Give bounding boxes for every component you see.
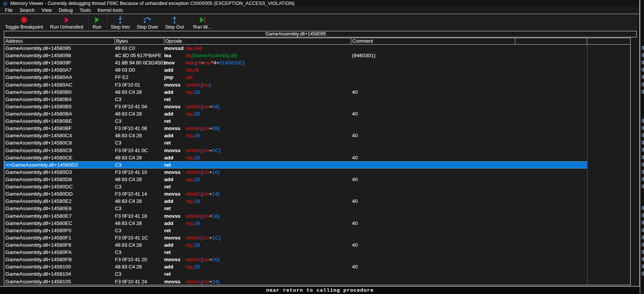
column-header-bytes[interactable]: Bytes: [115, 38, 164, 45]
comment-cell: 40: [351, 198, 515, 204]
disasm-row[interactable]: GameAssembly.dll+14580C9F3 0F10 41 0Cmov…: [4, 147, 630, 154]
run-unhandled-button[interactable]: Run Unhandled: [47, 14, 87, 31]
disasm-row[interactable]: GameAssembly.dll+14580ACF3 0F10 01movssx…: [4, 81, 630, 88]
bytes-cell: 48 83 C4 28: [115, 111, 164, 117]
run-icon: [92, 15, 102, 24]
run-till-button[interactable]: Run till...: [190, 14, 215, 31]
disasm-row[interactable]: GameAssembly.dll+14580FBF3 0F10 41 20mov…: [4, 256, 630, 263]
clipped-register-panel: [640, 0, 644, 294]
disasm-row[interactable]: GameAssembly.dll+14580FAC3ret: [4, 249, 630, 256]
disasm-row[interactable]: GameAssembly.dll+14580BA48 83 C4 28addrs…: [4, 110, 630, 117]
address-cell: GameAssembly.dll+14580E6: [4, 206, 115, 211]
address-cell: GameAssembly.dll+14580C9: [4, 148, 115, 153]
mnemonic: movss: [164, 213, 186, 219]
menu-kernel-tools[interactable]: Kernel tools: [94, 7, 126, 14]
disasm-row[interactable]: GameAssembly.dll+1458104C3ret: [4, 270, 630, 278]
toolbar-button-label: Toggle Breakpoint: [5, 24, 43, 30]
step-out-icon: [170, 15, 179, 24]
bytes-cell: F3 0F10 41 20: [115, 257, 164, 262]
disasm-row[interactable]: GameAssembly.dll+145809F41 8B 94 80 0C82…: [4, 59, 630, 66]
clipped-text-fragment: [642, 46, 644, 50]
disasm-row[interactable]: GameAssembly.dll+14580A749 03 D0addrdx,r…: [4, 66, 630, 74]
comment-cell: 40: [351, 264, 515, 270]
address-cell: GameAssembly.dll+14580FA: [4, 249, 115, 255]
disasm-row[interactable]: GameAssembly.dll+14580F0C3ret: [4, 227, 630, 234]
bytes-cell: 48 83 C4 28: [115, 177, 164, 182]
title-bar[interactable]: Memory Viewer - Currently debugging thre…: [0, 0, 640, 7]
step-over-button[interactable]: Step Over: [133, 14, 161, 31]
disasm-row[interactable]: GameAssembly.dll+14580D848 83 C4 28addrs…: [4, 176, 630, 183]
menu-debug[interactable]: Debug: [55, 7, 76, 14]
opcode-cell: movssxmm0,[rcx+14]: [164, 191, 351, 197]
operands: rsp,28: [186, 264, 200, 270]
disasm-row[interactable]: GameAssembly.dll+14580CE48 83 C4 28addrs…: [4, 154, 630, 161]
disasm-row[interactable]: GameAssembly.dll+145810048 83 C4 28addrs…: [4, 263, 630, 270]
disasm-row[interactable]: GameAssembly.dll+14580E6C3ret: [4, 205, 630, 212]
menu-file[interactable]: File: [2, 7, 16, 14]
bytes-cell: F3 0F10 41 10: [115, 169, 164, 175]
disasm-row[interactable]: GameAssembly.dll+14580D3F3 0F10 41 10mov…: [4, 169, 630, 176]
bytes-cell: C3: [115, 162, 164, 168]
menu-search[interactable]: Search: [16, 7, 38, 14]
disasm-row[interactable]: GameAssembly.dll+14580F1F3 0F10 41 1Cmov…: [4, 234, 630, 241]
bytes-cell: F3 0F10 41 14: [115, 191, 164, 197]
disasm-row[interactable]: GameAssembly.dll+14580C448 83 C4 28addrs…: [4, 132, 630, 139]
disasm-row[interactable]: GameAssembly.dll+14580F648 83 C4 28addrs…: [4, 241, 630, 249]
address-cell: GameAssembly.dll+145809F: [4, 60, 115, 66]
toolbar-button-label: Run: [92, 24, 101, 30]
comment-cell: 40: [351, 89, 515, 95]
column-header-address[interactable]: Address: [4, 38, 115, 45]
disasm-row[interactable]: GameAssembly.dll+14580DCC3ret: [4, 183, 630, 190]
address-cell: GameAssembly.dll+14580AA: [4, 74, 115, 80]
disasm-row[interactable]: GameAssembly.dll+14580E7F3 0F10 41 18mov…: [4, 212, 630, 220]
address-cell: GameAssembly.dll+1458098: [4, 53, 115, 58]
column-header-comment[interactable]: Comment: [351, 38, 515, 45]
bytes-cell: C3: [115, 118, 164, 124]
address-cell: GameAssembly.dll+14580AC: [4, 82, 115, 88]
mnemonic: ret: [164, 249, 186, 255]
toggle-breakpoint-button[interactable]: Toggle Breakpoint: [2, 14, 47, 31]
mnemonic: add: [164, 111, 186, 117]
vertical-scrollbar[interactable]: [631, 38, 637, 285]
clipped-text-fragment: [642, 213, 644, 217]
opcode-cell: movssxmm0,[rcx+10]: [164, 169, 351, 175]
run-till-icon: [198, 15, 207, 24]
address-cell: GameAssembly.dll+14580FB: [4, 257, 115, 262]
disasm-row[interactable]: GameAssembly.dll+14580DDF3 0F10 41 14mov…: [4, 190, 630, 198]
operands: xmm0,[rcx+14]: [186, 191, 220, 197]
disasm-row-selected[interactable]: >>GameAssembly.dll+14580D2C3ret: [4, 161, 588, 169]
disasm-row[interactable]: GameAssembly.dll+14580B5F3 0F10 41 04mov…: [4, 103, 630, 110]
disasm-row[interactable]: GameAssembly.dll+1458105F3 0F10 41 24mov…: [4, 278, 630, 285]
step-out-button[interactable]: Step Out: [161, 14, 187, 31]
opcode-cell: ret: [164, 96, 351, 102]
address-cell: GameAssembly.dll+14580DC: [4, 184, 115, 190]
disasm-row[interactable]: GameAssembly.dll+14580BEC3ret: [4, 117, 630, 125]
mnemonic: ret: [164, 162, 186, 168]
operands: rsp,28: [186, 198, 200, 204]
disasm-row[interactable]: GameAssembly.dll+14580EC48 83 C4 28addrs…: [4, 220, 630, 227]
mnemonic: add: [164, 264, 186, 270]
step-into-button[interactable]: Step Into: [107, 14, 133, 31]
status-bar: near return to calling procedure: [0, 286, 640, 294]
disasm-row[interactable]: GameAssembly.dll+14580E248 83 C4 28addrs…: [4, 198, 630, 205]
bytes-cell: F3 0F10 41 04: [115, 104, 164, 109]
disasm-row[interactable]: GameAssembly.dll+14580AAFF E2jmprdx: [4, 74, 630, 81]
comment-cell: 40: [351, 155, 515, 161]
column-header-opcode[interactable]: Opcode: [164, 38, 351, 45]
mnemonic: ret: [164, 140, 186, 146]
disasm-row[interactable]: GameAssembly.dll+14580B048 83 C4 28addrs…: [4, 88, 630, 96]
clipped-text-fragment: [642, 257, 644, 261]
disasm-row[interactable]: GameAssembly.dll+14580C8C3ret: [4, 139, 630, 146]
disasm-row[interactable]: GameAssembly.dll+145809549 63 C0movsxdra…: [4, 45, 630, 52]
mnemonic: ret: [164, 228, 186, 233]
disasm-row[interactable]: GameAssembly.dll+14580984C 8D 05 617FBAF…: [4, 52, 630, 59]
run-button[interactable]: Run: [89, 14, 105, 31]
column-header-extra[interactable]: [515, 38, 587, 45]
toolbar-button-label: Run Unhandled: [50, 24, 83, 30]
clipped-text-fragment: [642, 60, 644, 64]
disasm-row[interactable]: GameAssembly.dll+14580B4C3ret: [4, 96, 630, 103]
menu-view[interactable]: View: [38, 7, 55, 14]
menu-tools[interactable]: Tools: [76, 7, 94, 14]
address-cell: GameAssembly.dll+14580C4: [4, 133, 115, 138]
disasm-row[interactable]: GameAssembly.dll+14580BFF3 0F10 41 08mov…: [4, 125, 630, 132]
